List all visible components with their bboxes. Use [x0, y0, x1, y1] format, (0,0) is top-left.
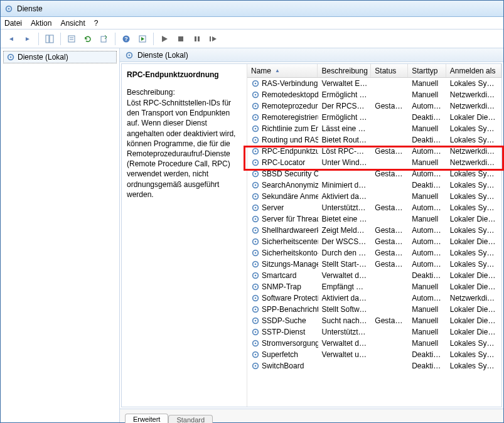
service-row[interactable]: Richtlinie zum Ent...Lässt eine Kon...Ma… [247, 123, 501, 134]
service-row[interactable]: Software ProtectionAktiviert das ...Auto… [247, 292, 501, 304]
service-description: Sucht nach N... [318, 316, 372, 325]
svg-point-66 [255, 343, 257, 345]
properties-button[interactable] [65, 32, 78, 46]
svg-point-40 [255, 196, 257, 198]
service-row[interactable]: SPP-Benachrichti...Stellt Software...Man… [247, 304, 501, 315]
service-description: Der RPCSS-Di... [318, 102, 372, 110]
service-starttype: Deaktivi... [408, 181, 446, 190]
svg-point-16 [10, 56, 12, 58]
service-description: Zeigt Meldun... [318, 226, 372, 235]
service-row[interactable]: Remoteregistrieru...Ermöglicht Re...Deak… [247, 112, 501, 123]
service-row[interactable]: SuperfetchVerwaltet und ...Deaktivi...Lo… [247, 349, 501, 360]
service-name: Superfetch [262, 350, 298, 359]
service-row[interactable]: SmartcardVerwaltet den ...Deaktivi...Lok… [247, 270, 501, 281]
service-row[interactable]: SearchAnonymizerMinimiert die ...Deaktiv… [247, 179, 501, 191]
run-button[interactable] [136, 32, 149, 46]
service-status: Gestartet [371, 102, 408, 110]
service-description: Aktiviert das ... [318, 294, 372, 303]
tab-extended[interactable]: Erweitert [125, 414, 168, 423]
restart-service-button[interactable] [206, 32, 220, 46]
service-icon [251, 294, 260, 303]
show-hide-tree-button[interactable] [43, 32, 56, 46]
service-row[interactable]: RPC-Endpunktzuo...Löst RPC-Sch...Gestart… [247, 146, 501, 157]
service-name: RPC-Endpunktzuo... [262, 147, 318, 156]
service-starttype: Automa... [408, 203, 446, 212]
svg-point-58 [255, 297, 257, 299]
service-starttype: Automa... [408, 260, 446, 269]
service-row[interactable]: Sitzungs-Manager...Stellt Start- un...Ge… [247, 259, 501, 270]
help-button[interactable]: ? [119, 32, 133, 46]
stop-service-button[interactable] [174, 32, 188, 46]
service-name: Software Protection [262, 294, 318, 303]
service-logon: Lokaler Dienst [446, 113, 501, 122]
service-row[interactable]: SSDP-SucheSucht nach N...GestartetManuel… [247, 315, 501, 326]
service-row[interactable]: Shellhardwareerke...Zeigt Meldun...Gesta… [247, 225, 501, 236]
service-logon: Lokales System [446, 361, 501, 370]
service-row[interactable]: Sekundäre Anmel...Aktiviert das S...Manu… [247, 191, 501, 202]
service-logon: Lokales System [446, 136, 501, 144]
service-row[interactable]: Routing und RASBietet Routing...Deaktivi… [247, 134, 501, 146]
service-row[interactable]: Sicherheitskonto-...Durch den Sta...Gest… [247, 247, 501, 259]
service-row[interactable]: SSTP-DienstUnterstützt SS...ManuellLokal… [247, 326, 501, 338]
nav-services-local[interactable]: Dienste (Lokal) [3, 51, 117, 63]
separator [38, 33, 39, 45]
col-description[interactable]: Beschreibung [318, 64, 371, 77]
service-name: Sicherheitskonto-... [262, 249, 318, 257]
service-logon: Lokales System [446, 350, 501, 359]
service-name: Smartcard [262, 271, 296, 280]
menu-file[interactable]: Datei [4, 19, 22, 28]
refresh-button[interactable] [81, 32, 95, 46]
service-row[interactable]: RPC-LocatorUnter Window...ManuellNetzwer… [247, 157, 501, 168]
service-logon: Lokales System [446, 181, 501, 190]
tab-standard[interactable]: Standard [168, 415, 213, 423]
pause-service-button[interactable] [190, 32, 204, 46]
service-description: Bietet eine na... [318, 215, 372, 223]
service-starttype: Automa... [408, 294, 446, 303]
service-icon [251, 249, 260, 257]
menu-view[interactable]: Ansicht [60, 19, 85, 28]
services-icon [6, 53, 15, 62]
back-button[interactable]: ◄ [4, 32, 18, 46]
service-starttype: Manuell [408, 316, 446, 325]
service-name: SearchAnonymizer [262, 181, 318, 190]
service-status: Gestartet [371, 249, 408, 257]
service-icon [251, 271, 260, 280]
col-logon[interactable]: Anmelden als [446, 64, 501, 77]
service-logon: Lokaler Dienst [446, 282, 501, 291]
service-status: Gestartet [371, 237, 408, 246]
svg-point-62 [255, 320, 257, 322]
service-name: Sicherheitscenter [262, 237, 318, 246]
service-row[interactable]: ServerUnterstützt Da...GestartetAutoma..… [247, 202, 501, 213]
svg-rect-4 [68, 36, 75, 42]
menu-action[interactable]: Aktion [31, 19, 51, 28]
service-status: Gestartet [371, 147, 408, 156]
export-button[interactable] [97, 32, 111, 46]
service-starttype: Deaktivi... [408, 361, 446, 370]
svg-point-42 [255, 207, 257, 209]
service-row[interactable]: Remoteprozedura...Der RPCSS-Di...Gestart… [247, 100, 501, 112]
service-icon [251, 215, 260, 223]
service-row[interactable]: Remotedesktopdi...Ermöglicht Be...Manuel… [247, 89, 501, 100]
service-row[interactable]: SicherheitscenterDer WSCSVC-...Gestartet… [247, 236, 501, 247]
service-starttype: Manuell [408, 282, 446, 291]
service-description: Verwaltet die ... [318, 339, 372, 348]
service-row[interactable]: SwitchBoardDeaktivi...Lokales System [247, 360, 501, 372]
service-starttype: Automa... [408, 147, 446, 156]
start-service-button[interactable] [158, 32, 171, 46]
service-row[interactable]: StromversorgungVerwaltet die ...ManuellL… [247, 338, 501, 349]
service-icon [251, 181, 260, 190]
service-row[interactable]: SBSD Security Cen...GestartetAutoma...Lo… [247, 168, 501, 179]
service-row[interactable]: Server für Threads...Bietet eine na...Ma… [247, 213, 501, 225]
service-logon: Lokales System [446, 260, 501, 269]
titlebar[interactable]: Dienste [1, 1, 503, 17]
forward-button[interactable]: ► [21, 32, 35, 46]
separator [153, 33, 154, 45]
service-row[interactable]: RAS-Verbindungs...Verwaltet Ein...Manuel… [247, 78, 501, 89]
service-row[interactable]: SNMP-TrapEmpfängt Tra...ManuellLokaler D… [247, 281, 501, 292]
col-starttype[interactable]: Starttyp [408, 64, 446, 77]
menu-help[interactable]: ? [94, 19, 99, 28]
col-name[interactable]: Name▲ [247, 64, 318, 77]
service-description: Verwaltet und ... [318, 350, 372, 359]
col-status[interactable]: Status [371, 64, 408, 77]
app-icon [4, 4, 13, 13]
